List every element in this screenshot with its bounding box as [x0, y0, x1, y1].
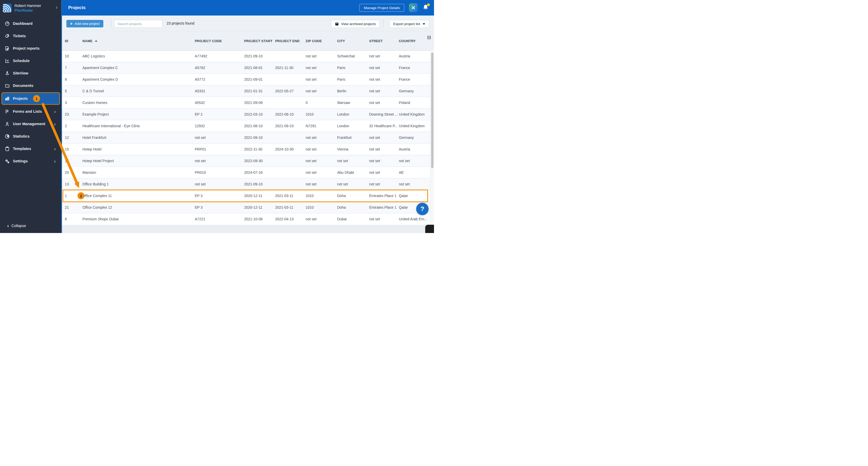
cell-street: not set — [369, 159, 399, 163]
column-header-country[interactable]: COUNTRY — [399, 39, 430, 43]
cell-name: Hotel Frankfurt — [83, 136, 195, 140]
table-row-abc-logistics[interactable]: 10ABC LogisticsA774922021-09-10not setSc… — [62, 51, 430, 62]
view-archived-projects-button[interactable]: View archived projects — [331, 20, 380, 28]
table-row-hotep-hotel[interactable]: 15Hotep HotelPRP012022-11-302024-10-30no… — [62, 144, 430, 155]
notification-dot — [427, 3, 430, 6]
cell-street: not set — [369, 66, 399, 70]
chevron-left-icon: ‹ — [7, 223, 9, 229]
cell-id: 21 — [65, 205, 83, 209]
cell-city: not set — [337, 182, 369, 186]
help-button[interactable]: ? — [416, 203, 429, 215]
table-row-hotel-frankfurt[interactable]: 12Hotel Frankfurtnot set2021-09-10not se… — [62, 132, 430, 144]
sidebar-item-settings[interactable]: Settings› — [2, 155, 60, 167]
cell-country: Germany — [399, 89, 430, 93]
cell-start: 2021-09-09 — [244, 100, 275, 105]
sidebar-item-forms-and-lists[interactable]: Forms and Lists› — [2, 106, 60, 117]
column-header-zip-code[interactable]: ZIP CODE — [306, 39, 337, 43]
scrollbar-thumb[interactable] — [431, 53, 433, 168]
cell-code: A7221 — [195, 217, 244, 221]
cell-code: EP 3 — [195, 205, 244, 209]
sidebar-item-label: User Management — [13, 122, 45, 126]
column-header-label: NAME — [83, 39, 92, 43]
cell-country: Poland — [399, 100, 430, 105]
cell-start: 2021-10-08 — [244, 217, 275, 221]
cell-street: not set — [369, 54, 399, 58]
table-row-example-project[interactable]: 23Example ProjectEP 22022-03-102022-06-1… — [62, 109, 430, 120]
add-new-project-button[interactable]: + Add new project — [66, 20, 103, 27]
sidebar-item-tickets[interactable]: Tickets — [2, 30, 60, 41]
table-row-apartment-complex-d[interactable]: 8Apartment Complex DA57722021-09-01not s… — [62, 74, 430, 85]
cell-start: 2021-08-10 — [244, 124, 275, 128]
table-row-custom-homes[interactable]: 3Custom Homes455322021-09-090Warsawnot s… — [62, 97, 430, 109]
cell-country: Austria — [399, 54, 430, 58]
column-header-project-end[interactable]: PROJECT END — [275, 39, 306, 43]
cell-end: 2022-05-27 — [275, 89, 306, 93]
sidebar-item-templates[interactable]: Templates› — [2, 143, 60, 154]
manage-project-details-label: Manage Project Details — [364, 6, 400, 10]
sidebar-item-label: Project reports — [13, 46, 39, 51]
cell-code: 12932 — [195, 124, 244, 128]
table-row-hotep-hotel-project[interactable]: 14Hotep Hotel Projectnot set2022-09-30no… — [62, 155, 430, 167]
sidebar-item-statistics[interactable]: Statistics — [2, 130, 60, 142]
column-header-id[interactable]: ID — [65, 39, 83, 43]
column-header-city[interactable]: CITY — [337, 39, 369, 43]
cell-country: not set — [399, 159, 430, 163]
cell-id: 3 — [65, 100, 83, 105]
cell-country: Germany — [399, 136, 430, 140]
column-header-street[interactable]: STREET — [369, 39, 399, 43]
table-row-premium-shops-dubai[interactable]: 6Premium Shops DubaiA72212021-10-082022-… — [62, 213, 430, 225]
cell-street: not set — [369, 136, 399, 140]
table-row-apartment-complex-c[interactable]: 7Apartment Complex CA57822021-08-012021-… — [62, 62, 430, 74]
cell-country: Austria — [399, 147, 430, 151]
cell-code: A5772 — [195, 77, 244, 82]
account-switcher[interactable]: Robert Hammer PlanRadar › — [0, 0, 61, 16]
cell-country: United Kingdom — [399, 124, 430, 128]
cell-name: Office Complex 12 — [83, 205, 195, 209]
table-row-healthcare-international-eye-clinic[interactable]: 2Healthcare International - Eye Clinic12… — [62, 120, 430, 132]
help-question-mark: ? — [421, 205, 425, 212]
cell-id: 6 — [65, 217, 83, 221]
collapse-sidebar-button[interactable]: ‹ Collapse — [0, 221, 61, 230]
table-row-c-d-tunnel[interactable]: 5C & D TunnelA53312021-01-312022-05-27no… — [62, 85, 430, 97]
column-header-project-start[interactable]: PROJECT START — [244, 39, 275, 43]
cell-street: Emirates Place 1 — [369, 194, 399, 198]
manage-project-details-button[interactable]: Manage Project Details — [359, 4, 404, 12]
forms-icon — [5, 109, 10, 114]
cell-street: Emirates Place 1 — [369, 205, 399, 209]
column-header-name[interactable]: NAME — [83, 39, 195, 43]
notifications-bell-icon[interactable] — [423, 4, 429, 11]
planradar-connect-icon[interactable] — [409, 3, 418, 12]
sidebar-item-documents[interactable]: Documents — [2, 80, 60, 91]
sidebar-accent-line — [61, 0, 62, 233]
table-row-office-complex-12[interactable]: 21Office Complex 12EP 32020-12-112021-03… — [62, 202, 430, 213]
table-row-office-complex-11[interactable]: 1Office Complex 11EP 32020-12-112021-03-… — [62, 190, 430, 202]
cell-end: 2021-09-23 — [275, 124, 306, 128]
sidebar-nav: DashboardTicketsProject reportsScheduleS… — [0, 18, 61, 168]
sidebar-item-projects[interactable]: Projects1 — [2, 92, 60, 105]
cell-zip: not set — [306, 170, 337, 175]
search-input[interactable] — [114, 20, 162, 28]
cell-street: not set — [369, 170, 399, 175]
sidebar-item-project-reports[interactable]: Project reports — [2, 43, 60, 54]
table-row-mansion[interactable]: 20MansionPR0102024-07-16not setAbu Dhabi… — [62, 167, 430, 178]
sidebar-item-dashboard[interactable]: Dashboard — [2, 18, 60, 29]
cell-city: London — [337, 112, 369, 116]
sidebar-item-siteview[interactable]: SiteView — [2, 67, 60, 79]
cell-start: 2022-03-10 — [244, 112, 275, 116]
cell-start: 2020-12-11 — [244, 194, 275, 198]
cell-end: 2021-03-11 — [275, 205, 306, 209]
cell-start: 2021-01-31 — [244, 89, 275, 93]
results-count: 23 projects found — [167, 21, 194, 25]
cell-city: Berlin — [337, 89, 369, 93]
sidebar-item-schedule[interactable]: Schedule — [2, 55, 60, 66]
export-project-list-button[interactable]: Export project list — [389, 20, 429, 28]
sidebar-item-user-management[interactable]: User Management› — [2, 118, 60, 129]
table-row-office-building-1[interactable]: 13Office Building 1not set2021-09-10not … — [62, 178, 430, 190]
cell-end: 2022-06-10 — [275, 112, 306, 116]
column-header-label: CITY — [337, 39, 345, 43]
column-header-label: PROJECT START — [244, 39, 273, 43]
documents-icon — [5, 83, 10, 88]
column-settings-icon[interactable] — [427, 35, 431, 40]
column-header-project-code[interactable]: PROJECT CODE — [195, 39, 244, 43]
cell-country: United Kingdom — [399, 112, 430, 116]
